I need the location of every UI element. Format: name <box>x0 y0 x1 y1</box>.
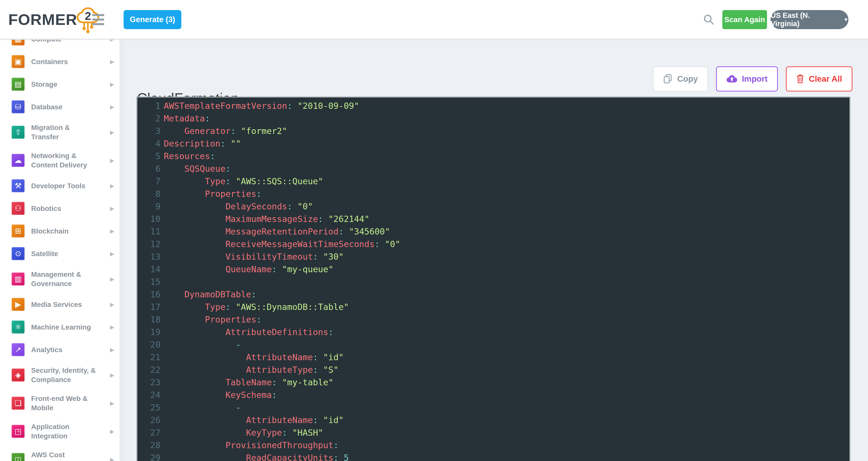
chevron-right-icon: ▶ <box>110 400 114 406</box>
satellite-icon: ⊙ <box>11 247 25 260</box>
chevron-right-icon: ▶ <box>110 228 114 234</box>
sidebar-item-robotics[interactable]: ⚇ Robotics ▶ <box>0 197 124 220</box>
chevron-right-icon: ▶ <box>110 276 114 282</box>
code-text: KeySchema: <box>164 388 277 401</box>
code-line: 10 MaximumMessageSize: "262144" <box>137 213 849 225</box>
code-text: Properties: <box>164 188 261 200</box>
machine-learning-icon: ⚛ <box>11 320 25 334</box>
sidebar-scrollbar[interactable] <box>120 40 124 461</box>
analytics-icon: ↗ <box>11 343 25 356</box>
import-button[interactable]: Import <box>716 66 778 91</box>
migration-transfer-icon: ⇧ <box>11 126 25 139</box>
sidebar-item-media-services[interactable]: ▶ Media Services ▶ <box>0 293 124 316</box>
line-number: 18 <box>137 313 160 326</box>
main-content: CloudFormation Outputs / CloudFormation … <box>124 40 868 461</box>
sidebar-item-satellite[interactable]: ⊙ Satellite ▶ <box>0 242 124 265</box>
sidebar-item-front-end-web-mobile[interactable]: ❏ Front-end Web & Mobile ▶ <box>0 389 124 417</box>
sidebar-item-compute[interactable]: ▦ Compute ▶ <box>0 40 124 50</box>
scan-again-button[interactable]: Scan Again <box>722 10 767 29</box>
clear-all-button[interactable]: Clear All <box>786 66 852 91</box>
line-number: 27 <box>137 426 160 439</box>
chevron-right-icon: ▶ <box>110 301 114 308</box>
compute-icon: ▦ <box>11 40 25 46</box>
region-selector[interactable]: US East (N. Virginia) ▼ <box>771 10 848 29</box>
code-text: Description: "" <box>164 137 241 150</box>
sidebar-item-networking-content-delivery[interactable]: ☁ Networking & Content Delivery ▶ <box>0 146 124 174</box>
code-text: MessageRetentionPeriod: "345600" <box>164 225 390 238</box>
code-text: SQSQueue: <box>164 163 230 175</box>
sidebar-item-containers[interactable]: ▣ Containers ▶ <box>0 50 124 73</box>
sidebar-item-migration-transfer[interactable]: ⇧ Migration & Transfer ▶ <box>0 118 124 146</box>
copy-button[interactable]: Copy <box>653 66 708 91</box>
containers-icon: ▣ <box>11 55 25 68</box>
management-governance-icon: ▥ <box>11 272 25 286</box>
aws-cost-management-icon: ◫ <box>11 453 25 461</box>
sidebar-list: ▦ Compute ▶ ▣ Containers ▶ ▤ Storage ▶ ⛁… <box>0 40 124 461</box>
copy-icon <box>663 74 673 84</box>
sidebar-item-blockchain[interactable]: ⊞ Blockchain ▶ <box>0 220 124 242</box>
code-text: MaximumMessageSize: "262144" <box>164 213 369 225</box>
chevron-right-icon: ▶ <box>110 183 114 189</box>
chevron-right-icon: ▶ <box>110 40 114 42</box>
line-number: 20 <box>137 338 160 351</box>
chevron-right-icon: ▶ <box>110 129 114 136</box>
line-number: 7 <box>137 175 160 188</box>
code-line: 22 AttributeType: "S" <box>137 364 849 376</box>
trash-icon <box>796 74 804 84</box>
code-line: 4Description: "" <box>137 137 849 150</box>
code-line: 13 VisibilityTimeout: "30" <box>137 250 849 263</box>
sidebar-item-management-governance[interactable]: ▥ Management & Governance ▶ <box>0 265 124 293</box>
sidebar-item-storage[interactable]: ▤ Storage ▶ <box>0 73 124 95</box>
sidebar-item-aws-cost-management[interactable]: ◫ AWS Cost Management ▶ <box>0 445 124 461</box>
code-text: Resources: <box>164 150 215 163</box>
code-line: 21 AttributeName: "id" <box>137 351 849 364</box>
logo-text: FORMER <box>8 12 78 27</box>
code-text: AWSTemplateFormatVersion: "2010-09-09" <box>164 99 359 112</box>
line-number: 4 <box>137 137 160 150</box>
line-number: 21 <box>137 351 160 364</box>
code-text: ReadCapacityUnits: 5 <box>164 452 349 461</box>
line-number: 19 <box>137 326 160 338</box>
line-number: 5 <box>137 150 160 163</box>
code-text: ProvisionedThroughput: <box>164 439 339 452</box>
code-line: 16 DynamoDBTable: <box>137 288 849 300</box>
line-number: 10 <box>137 213 160 225</box>
developer-tools-icon: ⚒ <box>11 179 25 192</box>
chevron-right-icon: ▶ <box>110 457 114 461</box>
sidebar-item-security-identity-compliance[interactable]: ◈ Security, Identity, & Compliance ▶ <box>0 361 124 389</box>
former2-logo: FORMER 2 <box>8 0 100 39</box>
security-identity-compliance-icon: ◈ <box>11 369 25 381</box>
generate-button[interactable]: Generate (3) <box>124 10 181 29</box>
storage-icon: ▤ <box>11 78 25 91</box>
code-line: 27 KeyType: "HASH" <box>137 426 849 439</box>
code-text: Type: "AWS::DynamoDB::Table" <box>164 300 349 313</box>
sidebar-item-developer-tools[interactable]: ⚒ Developer Tools ▶ <box>0 174 124 197</box>
line-number: 8 <box>137 188 160 200</box>
line-number: 14 <box>137 263 160 276</box>
code-line: 3 Generator: "former2" <box>137 125 849 137</box>
code-line: 26 AttributeName: "id" <box>137 414 849 426</box>
sidebar-item-application-integration[interactable]: ◳ Application Integration ▶ <box>0 417 124 445</box>
code-line: 25 - <box>137 401 849 414</box>
chevron-right-icon: ▶ <box>110 251 114 257</box>
line-number: 25 <box>137 401 160 414</box>
code-line: 29 ReadCapacityUnits: 5 <box>137 452 849 461</box>
search-icon[interactable] <box>703 14 715 25</box>
code-line: 18 Properties: <box>137 313 849 326</box>
chevron-right-icon: ▶ <box>110 205 114 212</box>
sidebar-item-machine-learning[interactable]: ⚛ Machine Learning ▶ <box>0 316 124 338</box>
code-line: 28 ProvisionedThroughput: <box>137 439 849 452</box>
code-line: 24 KeySchema: <box>137 388 849 401</box>
code-line: 11 MessageRetentionPeriod: "345600" <box>137 225 849 238</box>
sidebar-item-database[interactable]: ⛁ Database ▶ <box>0 95 124 118</box>
code-text: - <box>164 401 241 414</box>
code-line: 23 TableName: "my-table" <box>137 376 849 388</box>
code-line: 17 Type: "AWS::DynamoDB::Table" <box>137 300 849 313</box>
menu-hamburger-icon[interactable] <box>92 14 104 25</box>
cloud-upload-icon <box>726 75 737 83</box>
sidebar-item-analytics[interactable]: ↗ Analytics ▶ <box>0 338 124 361</box>
line-number: 6 <box>137 163 160 175</box>
cloudformation-code-editor[interactable]: 1AWSTemplateFormatVersion: "2010-09-09"2… <box>136 96 850 461</box>
code-line: 6 SQSQueue: <box>137 163 849 175</box>
front-end-web-mobile-icon: ❏ <box>11 397 25 410</box>
